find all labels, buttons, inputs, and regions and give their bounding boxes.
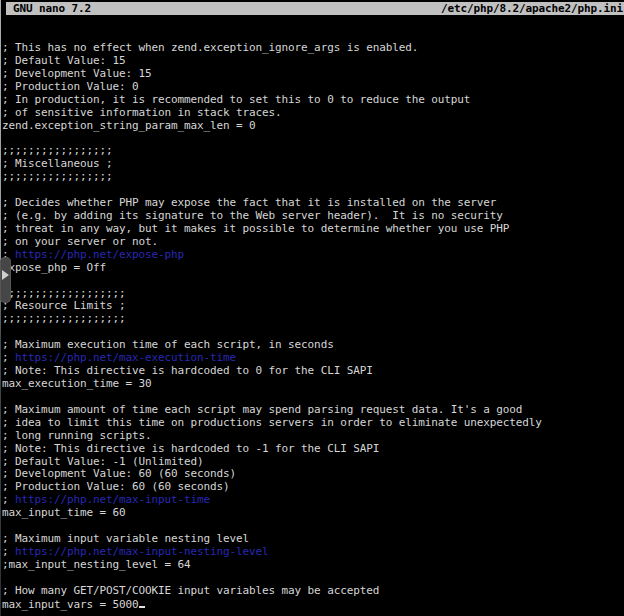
line-text: ; Decides whether PHP may expose the fac… (2, 197, 496, 209)
line-text: max_input_vars = 5000 (2, 598, 139, 611)
editor-line: ; of sensitive information in stack trac… (2, 107, 624, 120)
mouse-pointer (0, 257, 11, 303)
editor-line: max_input_vars = 5000 (2, 598, 624, 611)
editor-line: ; This has no effect when zend.exception… (2, 42, 624, 55)
line-text: ; Maximum amount of time each script may… (2, 404, 522, 416)
editor-line (2, 611, 624, 616)
line-text: ; idea to limit this time on productions… (2, 417, 542, 429)
line-text: max_input_time = 60 (2, 507, 126, 519)
text-cursor (139, 598, 146, 608)
editor-line: ; In production, it is recommended to se… (2, 94, 624, 107)
line-text: ; Default Value: -1 (Unlimited) (2, 456, 204, 468)
line-text (2, 391, 9, 403)
editor-line: ; https://php.net/max-input-time (2, 494, 624, 507)
editor-line: ; Development Value: 60 (60 seconds) (2, 468, 624, 481)
editor-body[interactable]: ; This has no effect when zend.exception… (2, 16, 624, 616)
line-text (2, 572, 9, 584)
line-text: ;;;;;;;;;;;;;;;;;;; (2, 288, 126, 300)
line-text: ;max_input_nesting_level = 64 (2, 559, 191, 571)
editor-line: ; Maximum input variable nesting level (2, 533, 624, 546)
line-text: ; This has no effect when zend.exception… (2, 42, 418, 54)
php-net-link[interactable]: https://php.net/expose-php (15, 249, 184, 261)
editor-line: ; Decides whether PHP may expose the fac… (2, 197, 624, 210)
editor-line: ; Miscellaneous ; (2, 158, 624, 171)
editor-line: ; https://php.net/expose-php (2, 249, 624, 262)
editor-line: max_execution_time = 30 (2, 378, 624, 391)
editor-line: ; long running scripts. (2, 430, 624, 443)
line-text: ;;;;;;;;;;;;;;;;;;; (2, 313, 126, 325)
editor-line: ; Resource Limits ; (2, 300, 624, 313)
line-text: ;;;;;;;;;;;;;;;;; (2, 145, 113, 157)
editor-line: ; Production Value: 60 (60 seconds) (2, 481, 624, 494)
line-text: zend.exception_string_param_max_len = 0 (2, 120, 256, 132)
line-text: ; threat in any way, but it makes it pos… (2, 223, 509, 235)
line-text: ; Note: This directive is hardcoded to 0… (2, 365, 373, 377)
line-text: ;;;;;;;;;;;;;;;;; (2, 171, 113, 183)
line-text: ; In production, it is recommended to se… (2, 94, 470, 106)
nano-title-bar: GNU nano 7.2 /etc/php/8.2/apache2/php.in… (6, 2, 624, 15)
line-text: ; Production Value: 0 (2, 81, 139, 93)
editor-line: ;;;;;;;;;;;;;;;;; (2, 171, 624, 184)
editor-line: ; threat in any way, but it makes it pos… (2, 223, 624, 236)
editor-line (2, 391, 624, 404)
line-text: ; on your server or not. (2, 236, 158, 248)
line-text (2, 184, 9, 196)
line-text: ; (e.g. by adding its signature to the W… (2, 210, 503, 222)
php-net-link[interactable]: https://php.net/max-execution-time (15, 352, 236, 364)
terminal-window[interactable]: GNU nano 7.2 /etc/php/8.2/apache2/php.in… (0, 0, 624, 616)
editor-line: ; (e.g. by adding its signature to the W… (2, 210, 624, 223)
editor-line: ;;;;;;;;;;;;;;;;; (2, 145, 624, 158)
line-text (2, 520, 9, 532)
line-text: max_execution_time = 30 (2, 378, 152, 390)
editor-line: expose_php = Off (2, 262, 624, 275)
editor-line: zend.exception_string_param_max_len = 0 (2, 120, 624, 133)
comment-prefix: ; (2, 494, 15, 506)
php-net-link[interactable]: https://php.net/max-input-time (15, 494, 210, 506)
editor-line (2, 275, 624, 288)
file-path-label: /etc/php/8.2/apache2/php.ini (441, 2, 624, 15)
line-text: ; long running scripts. (2, 430, 152, 442)
editor-line: ; Development Value: 15 (2, 68, 624, 81)
line-text: ; Production Value: 60 (60 seconds) (2, 481, 230, 493)
php-net-link[interactable]: https://php.net/max-input-nesting-level (15, 546, 269, 558)
editor-line: ; Maximum execution time of each script,… (2, 339, 624, 352)
line-text: ; Resource Limits ; (2, 300, 126, 312)
editor-line: ;;;;;;;;;;;;;;;;;;; (2, 313, 624, 326)
line-text (2, 326, 9, 338)
editor-line (2, 326, 624, 339)
editor-line: ; Production Value: 0 (2, 81, 624, 94)
line-text: expose_php = Off (2, 262, 106, 274)
editor-line: ;max_input_nesting_level = 64 (2, 559, 624, 572)
editor-line: ; Note: This directive is hardcoded to -… (2, 443, 624, 456)
editor-line: ; Note: This directive is hardcoded to 0… (2, 365, 624, 378)
editor-line: ; https://php.net/max-execution-time (2, 352, 624, 365)
line-text: ; Development Value: 15 (2, 68, 152, 80)
line-text: ; Development Value: 60 (60 seconds) (2, 468, 236, 480)
editor-line: ; Default Value: -1 (Unlimited) (2, 456, 624, 469)
editor-line: ; Maximum amount of time each script may… (2, 404, 624, 417)
editor-line: max_input_time = 60 (2, 507, 624, 520)
comment-prefix: ; (2, 546, 15, 558)
right-arrow-cursor-icon (2, 270, 9, 280)
editor-lines: ; This has no effect when zend.exception… (2, 42, 624, 616)
line-text: ; Default Value: 15 (2, 55, 126, 67)
editor-line (2, 132, 624, 145)
line-text: ; of sensitive information in stack trac… (2, 107, 282, 119)
line-text: ; Maximum input variable nesting level (2, 533, 249, 545)
editor-line: ; Default Value: 15 (2, 55, 624, 68)
line-text: ; Miscellaneous ; (2, 158, 113, 170)
line-text (2, 611, 9, 616)
line-text: ; How many GET/POST/COOKIE input variabl… (2, 585, 379, 597)
editor-line: ;;;;;;;;;;;;;;;;;;; (2, 288, 624, 301)
editor-line: ; idea to limit this time on productions… (2, 417, 624, 430)
editor-line: ; How many GET/POST/COOKIE input variabl… (2, 585, 624, 598)
window-left-edge (0, 0, 1, 616)
line-text (2, 132, 9, 144)
comment-prefix: ; (2, 352, 15, 364)
app-version-label: GNU nano 7.2 (6, 2, 91, 15)
editor-line (2, 572, 624, 585)
line-text: ; Note: This directive is hardcoded to -… (2, 443, 379, 455)
editor-line (2, 520, 624, 533)
editor-line (2, 184, 624, 197)
line-text: ; Maximum execution time of each script,… (2, 339, 334, 351)
